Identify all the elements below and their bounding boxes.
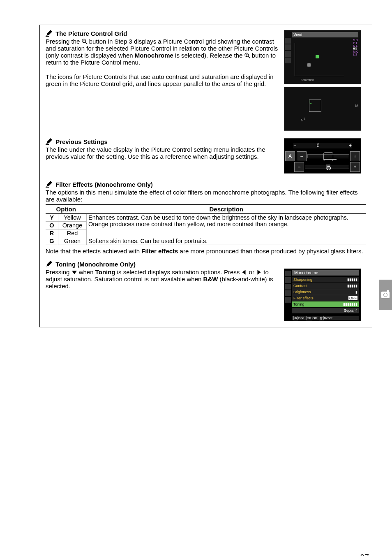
svg-marker-0 [46,30,52,36]
menu-item-value: ▮▮▮▮▮▮▮ [343,302,357,306]
opt-code: R [46,229,58,237]
opt-code: G [46,237,58,245]
opt-code: Y [46,214,58,222]
section-tab [379,280,392,310]
menu-item-value: ▮ [355,290,357,294]
pencil-icon [46,261,52,267]
svg-marker-10 [46,138,52,144]
camera-icon [381,292,390,298]
menu-item-label: Brightness [293,290,311,294]
pencil-icon [46,30,52,37]
th-option: Option [46,205,87,214]
down-arrow-icon [71,269,77,275]
menu-item-value: ▮▮▮▮▮ [347,284,357,288]
menu-item-label: Sharpening [293,278,312,282]
right-arrow-icon [256,269,262,275]
th-description: Description [87,205,367,214]
section-heading: Toning (Monochrome Only) [46,261,366,268]
menu-footer: ⊕Grid OKOK 🗑Reset [292,316,359,320]
grid-screenshot-1: Vivid Saturation S DP TN LV IM CL S [284,30,361,84]
grid-paragraph-1: Pressing the button in Step 3 displays a… [46,38,280,66]
menu-item-value: OFF [348,296,357,300]
pencil-icon [46,181,52,188]
sepia-label: Sepia, 4 [344,308,357,313]
page-number: 97 [360,553,369,556]
grid-screenshot-2: L M NS [284,87,361,131]
opt-name: Green [58,237,87,245]
filter-table: Option Description Y Yellow Enhances con… [46,204,366,245]
prev-body: The line under the value display in the … [46,146,280,160]
svg-line-7 [248,56,249,58]
pencil-icon [46,138,52,145]
section-heading: Filter Effects (Monochrome Only) [46,181,366,188]
section-heading: Previous Settings [46,138,280,145]
toning-body: Pressing when Toning is selected display… [46,269,280,290]
svg-marker-16 [72,271,77,274]
menu-item-value: ▮▮▮▮▮ [347,278,357,282]
slider-screenshot: 0+− A − + − O + [284,138,361,174]
menu-title: Monochrome [292,270,359,276]
vivid-title: Vivid [292,32,358,37]
svg-marker-12 [46,181,52,187]
opt-name: Yellow [58,214,87,222]
zoom-in-icon [82,39,88,44]
opt-name: Red [58,229,87,237]
menu-item-label: Contrast [293,284,307,288]
opt-desc: Softens skin tones. Can be used for port… [87,237,367,245]
zoom-in-icon [244,53,250,58]
menu-tabs-icons [285,38,291,64]
saturation-axis-label: Saturation [301,79,314,81]
opt-code: O [46,222,58,229]
section-heading: The Picture Control Grid [46,30,280,37]
picture-control-list: S DP TN LV IM CL S [353,39,358,56]
filter-note: Note that the effects achieved with Filt… [46,248,366,255]
toning-title: Toning (Monochrome Only) [55,261,136,268]
grid-title: The Picture Control Grid [55,30,127,37]
left-arrow-icon [241,269,247,275]
filter-title: Filter Effects (Monochrome Only) [55,181,153,188]
menu-item-label: Filter effects [293,296,314,300]
svg-marker-17 [242,270,246,275]
prev-title: Previous Settings [55,138,108,145]
A-box: A [285,151,295,161]
filter-intro: The options in this menu simulate the ef… [46,189,366,203]
svg-line-3 [85,42,87,44]
svg-marker-18 [258,270,261,275]
toning-menu-screenshot: Monochrome Sharpening▮▮▮▮▮ Contrast▮▮▮▮▮… [284,269,361,321]
menu-tabs-icons [285,271,291,303]
svg-marker-14 [46,261,52,266]
content-frame: The Picture Control Grid Pressing the bu… [39,25,372,327]
grid-paragraph-2: The icons for Picture Controls that use … [46,73,280,87]
opt-desc-yor: Enhances contrast. Can be used to tone d… [87,214,367,237]
menu-item-label: Toning [293,302,304,306]
opt-name: Orange [58,222,87,229]
